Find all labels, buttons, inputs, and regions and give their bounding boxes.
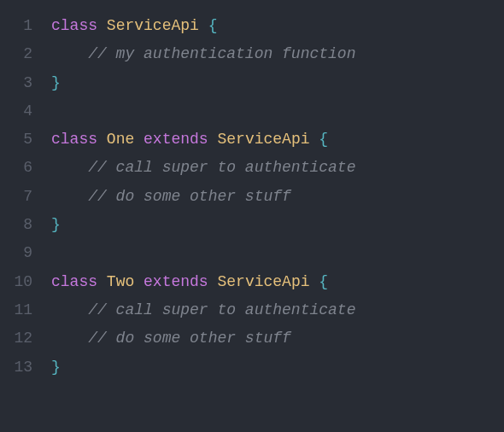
token-pn bbox=[134, 131, 144, 148]
token-pn bbox=[97, 17, 107, 34]
line-number: 7 bbox=[0, 183, 32, 211]
token-cls: ServiceApi bbox=[217, 273, 309, 290]
token-pn bbox=[51, 330, 88, 347]
token-pn bbox=[310, 131, 319, 148]
code-line: // do some other stuff bbox=[51, 324, 355, 353]
token-kw: class bbox=[51, 273, 97, 290]
token-kw: extends bbox=[144, 131, 208, 148]
token-kw: extends bbox=[144, 273, 208, 290]
code-editor: 12345678910111213 class ServiceApi { // … bbox=[0, 12, 504, 382]
token-br: } bbox=[51, 216, 61, 233]
code-line: } bbox=[51, 69, 355, 97]
line-number: 2 bbox=[0, 40, 32, 68]
token-cmt: // call super to authenticate bbox=[88, 301, 355, 318]
line-number: 6 bbox=[0, 154, 32, 182]
token-pn bbox=[134, 273, 144, 290]
token-cls: ServiceApi bbox=[107, 17, 199, 34]
line-number: 3 bbox=[0, 69, 32, 97]
line-number: 10 bbox=[0, 268, 32, 296]
line-number: 11 bbox=[0, 296, 32, 324]
token-cmt: // my authentication function bbox=[88, 45, 355, 62]
token-br: { bbox=[319, 273, 328, 290]
code-line: class One extends ServiceApi { bbox=[51, 126, 355, 154]
token-pn bbox=[51, 301, 88, 318]
code-line bbox=[51, 97, 355, 126]
token-kw: class bbox=[51, 131, 97, 148]
token-pn bbox=[97, 131, 107, 148]
code-line: // do some other stuff bbox=[51, 183, 355, 211]
token-cmt: // do some other stuff bbox=[88, 188, 291, 205]
token-br: { bbox=[319, 131, 328, 148]
token-pn bbox=[51, 45, 88, 62]
token-br: } bbox=[51, 74, 61, 91]
code-line: } bbox=[51, 353, 355, 382]
code-line: // call super to authenticate bbox=[51, 154, 355, 182]
token-pn bbox=[310, 273, 319, 290]
token-pn bbox=[208, 273, 218, 290]
line-number: 1 bbox=[0, 12, 32, 40]
line-number: 9 bbox=[0, 239, 32, 267]
code-line: class Two extends ServiceApi { bbox=[51, 268, 355, 296]
code-line bbox=[51, 239, 355, 267]
token-br: } bbox=[51, 359, 61, 376]
line-number: 8 bbox=[0, 211, 32, 239]
token-br: { bbox=[208, 17, 218, 34]
token-cls: Two bbox=[107, 273, 134, 290]
line-number: 12 bbox=[0, 324, 32, 353]
line-number-gutter: 12345678910111213 bbox=[0, 12, 51, 382]
token-cmt: // do some other stuff bbox=[88, 330, 291, 347]
token-pn bbox=[199, 17, 208, 34]
token-pn bbox=[51, 188, 88, 205]
token-pn bbox=[51, 159, 88, 176]
token-kw: class bbox=[51, 17, 97, 34]
line-number: 13 bbox=[0, 353, 32, 382]
line-number: 4 bbox=[0, 97, 32, 126]
code-line: // my authentication function bbox=[51, 40, 355, 68]
token-pn bbox=[208, 131, 218, 148]
code-line: // call super to authenticate bbox=[51, 296, 355, 324]
token-cmt: // call super to authenticate bbox=[88, 159, 355, 176]
token-cls: ServiceApi bbox=[217, 131, 309, 148]
code-line: class ServiceApi { bbox=[51, 12, 355, 40]
code-content: class ServiceApi { // my authentication … bbox=[51, 12, 355, 382]
code-line: } bbox=[51, 211, 355, 239]
token-pn bbox=[97, 273, 107, 290]
token-cls: One bbox=[107, 131, 134, 148]
line-number: 5 bbox=[0, 126, 32, 154]
